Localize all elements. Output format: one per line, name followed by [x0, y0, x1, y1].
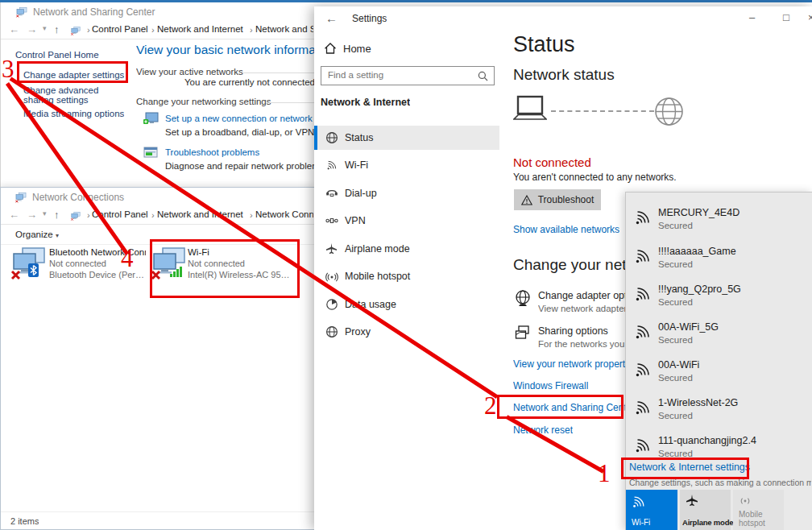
bluetooth-adapter-icon	[10, 247, 48, 286]
windows-firewall-link[interactable]: Windows Firewall	[513, 380, 588, 391]
secured-label: Secured	[658, 335, 693, 345]
nav-label: Mobile hotspot	[345, 271, 410, 282]
not-connected-desc: You aren't connected to any networks.	[513, 172, 677, 183]
nsc-address-icon	[70, 25, 81, 39]
nsc-history-dropdown[interactable]: ▾	[43, 24, 47, 32]
close-button[interactable]: ×	[808, 11, 812, 23]
selected-indicator	[314, 126, 317, 150]
mobile-hotspot-tile[interactable]: Mobile hotspot	[733, 490, 784, 530]
network-status-heading: Network status	[513, 66, 615, 84]
nc-window-title: Network Connections	[32, 192, 274, 203]
tile-label: Airplane mode	[682, 518, 733, 527]
desktop: Network and Sharing Center ← → ▾ ↑ › Con…	[0, 0, 812, 530]
wifi-tile[interactable]: Wi-Fi	[626, 490, 677, 530]
settings-nav-wifi[interactable]: Wi-Fi	[314, 153, 499, 177]
nc-crumb-self[interactable]: Network Connections	[255, 209, 313, 219]
nc-organize-button[interactable]: Organize ▾	[15, 230, 59, 239]
airplane-icon	[325, 242, 338, 255]
nc-app-icon	[14, 193, 27, 207]
nc-history-dropdown[interactable]: ▾	[43, 209, 47, 217]
ssid-label: MERCURY_4E4D	[658, 207, 740, 218]
wifi-secured-icon	[633, 360, 652, 379]
show-available-networks-link[interactable]: Show available networks	[513, 224, 619, 235]
settings-nav-hotspot[interactable]: Mobile hotspot	[314, 264, 499, 288]
nc-up-button[interactable]: ↑	[54, 209, 60, 221]
troubleshoot-button[interactable]: Troubleshoot	[514, 189, 601, 210]
wifi-network-item[interactable]: !!!!aaaaaa_Game Secured	[626, 246, 812, 281]
not-connected-status: Not connected	[513, 155, 591, 169]
nc-forward-button[interactable]: →	[27, 209, 37, 221]
crumb-separator: ›	[87, 25, 90, 35]
nc-crumb-network-internet[interactable]: Network and Internet	[157, 209, 243, 219]
maximize-button[interactable]: □	[783, 11, 789, 23]
nsc-active-networks-label: View your active networks	[136, 67, 243, 77]
nc-statusbar: 2 items	[1, 511, 315, 529]
home-icon	[324, 42, 337, 58]
nav-label: Proxy	[345, 326, 371, 337]
nsc-troubleshoot-link[interactable]: Troubleshoot problems	[165, 147, 259, 157]
settings-search-box[interactable]	[321, 66, 495, 85]
nsc-crumb-self[interactable]: Network and Sharing Center	[255, 24, 313, 34]
annotation-step-3: 3	[2, 55, 14, 84]
tile-label: Mobile hotspot	[739, 510, 776, 528]
settings-nav-dialup[interactable]: Dial-up	[314, 181, 499, 205]
wifi-networks-flyout: MERCURY_4E4D Secured !!!!aaaaaa_Game Sec…	[625, 192, 812, 530]
new-connection-icon	[143, 112, 159, 129]
wifi-icon	[325, 159, 338, 172]
wifi-network-item[interactable]: 1-WirelessNet-2G Secured	[626, 397, 812, 433]
nsc-back-button[interactable]: ←	[9, 23, 19, 35]
annotation-step-1: 1	[598, 459, 611, 488]
hotspot-tile-icon	[739, 494, 752, 510]
sharing-options-icon	[514, 325, 532, 346]
nsc-forward-button[interactable]: →	[27, 23, 37, 35]
change-adapter-options-icon	[514, 289, 532, 310]
data-usage-icon	[325, 298, 338, 311]
nsc-up-button[interactable]: ↑	[54, 23, 60, 35]
airplane-mode-tile[interactable]: Airplane mode	[680, 490, 731, 530]
nsc-crumb-network-internet[interactable]: Network and Internet	[157, 24, 243, 34]
wifi-secured-icon	[633, 284, 652, 304]
nsc-crumb-control-panel[interactable]: Control Panel	[92, 24, 148, 34]
nsc-navbar-divider	[1, 39, 315, 39]
nc-back-button[interactable]: ←	[9, 209, 19, 221]
settings-nav-airplane[interactable]: Airplane mode	[314, 237, 499, 261]
section-rule	[242, 72, 315, 73]
settings-nav-status[interactable]: Status	[314, 126, 499, 150]
vpn-icon	[325, 214, 338, 227]
nsc-setup-connection-link[interactable]: Set up a new connection or network	[165, 114, 313, 123]
nav-label: VPN	[345, 215, 366, 226]
wifi-network-item[interactable]: MERCURY_4E4D Secured	[626, 207, 812, 242]
secured-label: Secured	[658, 259, 693, 269]
crumb-separator: ›	[250, 210, 253, 220]
connection-dashed-line	[551, 110, 654, 112]
nav-label: Dial-up	[345, 188, 377, 199]
settings-nav-vpn[interactable]: VPN	[314, 209, 499, 233]
wifi-network-item[interactable]: 00A-WiFi Secured	[626, 359, 812, 395]
troubleshoot-label: Troubleshoot	[538, 194, 594, 205]
wifi-network-item[interactable]: !!!yang_Q2pro_5G Secured	[626, 284, 812, 319]
wifi-secured-icon	[633, 436, 652, 455]
mobile-hotspot-icon	[325, 270, 338, 283]
ssid-label: 1-WirelessNet-2G	[658, 397, 738, 408]
settings-back-button[interactable]: ←	[325, 11, 338, 25]
crumb-separator: ›	[250, 25, 253, 35]
wifi-network-item[interactable]: 00A-WiFi_5G Secured	[626, 321, 812, 357]
search-icon[interactable]	[478, 70, 488, 85]
secured-label: Secured	[658, 411, 693, 420]
view-network-properties-link[interactable]: View your network properties	[513, 358, 638, 370]
ssid-label: 00A-WiFi_5G	[658, 321, 719, 333]
search-input[interactable]	[321, 67, 473, 83]
internet-globe-icon	[654, 97, 684, 130]
settings-section-label: Network & Internet	[321, 97, 410, 108]
annotation-step-2: 2	[484, 391, 497, 420]
wifi-secured-icon	[633, 208, 652, 227]
settings-home-link[interactable]: Home	[343, 43, 371, 55]
nsc-control-panel-home-link[interactable]: Control Panel Home	[15, 50, 99, 60]
crumb-separator: ›	[151, 210, 155, 220]
troubleshoot-problems-icon	[143, 147, 159, 163]
nc-address-icon	[70, 210, 81, 225]
nav-label: Wi-Fi	[345, 159, 368, 171]
wifi-secured-icon	[633, 246, 652, 266]
secured-label: Secured	[658, 373, 693, 383]
minimize-button[interactable]: –	[749, 11, 755, 23]
